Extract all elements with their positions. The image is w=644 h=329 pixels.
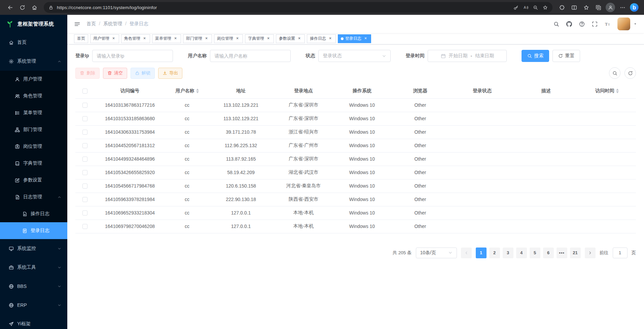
browser-menu-icon[interactable] bbox=[616, 2, 629, 13]
pages-more-button[interactable]: ••• bbox=[557, 248, 567, 258]
username-input[interactable] bbox=[214, 53, 286, 59]
page-size-select[interactable]: 10条/页 bbox=[416, 248, 457, 258]
end-date-placeholder[interactable]: 结束日期 bbox=[475, 53, 494, 59]
browser-refresh-icon[interactable] bbox=[16, 2, 28, 13]
collections-icon[interactable] bbox=[592, 2, 604, 13]
row-checkbox[interactable] bbox=[82, 224, 87, 229]
help-icon[interactable] bbox=[579, 21, 585, 27]
sidebar-item-dept-mgmt[interactable]: 部门管理 bbox=[0, 121, 67, 138]
row-checkbox[interactable] bbox=[82, 116, 87, 121]
page-button-1[interactable]: 1 bbox=[476, 248, 487, 258]
tab-user-mgmt[interactable]: 用户管理× bbox=[90, 34, 119, 43]
tab-role-mgmt[interactable]: 角色管理× bbox=[121, 34, 150, 43]
close-icon[interactable]: × bbox=[142, 36, 147, 41]
page-button-6[interactable]: 6 bbox=[543, 248, 554, 258]
page-button-5[interactable]: 5 bbox=[530, 248, 540, 258]
tab-dept-mgmt[interactable]: 部门管理× bbox=[183, 34, 212, 43]
bing-icon[interactable]: b bbox=[629, 2, 640, 13]
prev-page-button[interactable] bbox=[461, 248, 472, 258]
status-select[interactable]: 登录状态 bbox=[318, 50, 391, 62]
sidebar-item-menu-mgmt[interactable]: 菜单管理 bbox=[0, 104, 67, 121]
header-search-icon[interactable] bbox=[553, 21, 559, 27]
page-button-3[interactable]: 3 bbox=[503, 248, 513, 258]
sidebar-item-system-mgmt[interactable]: 系统管理 bbox=[0, 52, 67, 71]
start-date-placeholder[interactable]: 开始日期 bbox=[449, 53, 468, 59]
sort-carets-icon[interactable] bbox=[196, 89, 199, 93]
column-header-time[interactable]: 访问时间 bbox=[578, 84, 636, 98]
reset-button[interactable]: 重置 bbox=[552, 50, 580, 62]
tab-operation-log[interactable]: 操作日志× bbox=[307, 34, 336, 43]
sidebar-item-system-monitor[interactable]: 系统监控 bbox=[0, 239, 67, 258]
select-all-checkbox[interactable] bbox=[82, 89, 87, 94]
add-favorite-icon[interactable] bbox=[543, 5, 548, 10]
close-icon[interactable]: × bbox=[111, 36, 116, 41]
avatar-caret-icon[interactable] bbox=[633, 22, 637, 26]
password-key-icon[interactable] bbox=[513, 5, 518, 10]
page-button-21[interactable]: 21 bbox=[570, 248, 581, 258]
row-checkbox[interactable] bbox=[82, 157, 87, 162]
tab-login-log[interactable]: 登录日志× bbox=[338, 34, 371, 43]
fullscreen-icon[interactable] bbox=[592, 21, 598, 27]
ip-input[interactable] bbox=[97, 53, 169, 59]
sidebar-item-yi-framework[interactable]: Yi框架 bbox=[0, 315, 67, 329]
row-checkbox[interactable] bbox=[82, 130, 87, 135]
delete-button[interactable]: 删除 bbox=[75, 68, 100, 79]
tab-post-mgmt[interactable]: 岗位管理× bbox=[214, 34, 243, 43]
export-button[interactable]: 导出 bbox=[158, 68, 182, 79]
tab-home[interactable]: 首页 bbox=[74, 34, 88, 43]
zoom-out-icon[interactable] bbox=[533, 5, 538, 10]
clear-button[interactable]: 清空 bbox=[103, 68, 127, 79]
extensions-icon[interactable] bbox=[556, 2, 568, 13]
row-checkbox[interactable] bbox=[82, 170, 87, 175]
close-icon[interactable]: × bbox=[173, 36, 178, 41]
row-checkbox[interactable] bbox=[82, 184, 87, 189]
goto-page-input[interactable] bbox=[613, 248, 628, 258]
row-checkbox[interactable] bbox=[82, 103, 87, 108]
breadcrumb-home[interactable]: 首页 bbox=[86, 21, 103, 27]
close-icon[interactable]: × bbox=[204, 36, 209, 41]
sidebar-item-log-mgmt[interactable]: 日志管理 bbox=[0, 189, 67, 205]
browser-back-icon[interactable] bbox=[4, 2, 16, 13]
close-icon[interactable]: × bbox=[235, 36, 240, 41]
sidebar-item-dict-mgmt[interactable]: 字典管理 bbox=[0, 155, 67, 172]
sidebar-item-post-mgmt[interactable]: 岗位管理 bbox=[0, 138, 67, 155]
close-icon[interactable]: × bbox=[328, 36, 333, 41]
column-header-user[interactable]: 用户名称 bbox=[166, 84, 209, 98]
sidebar-item-system-tools[interactable]: 系统工具 bbox=[0, 258, 67, 277]
sidebar-item-bbs[interactable]: BBS bbox=[0, 277, 67, 296]
breadcrumb-system-mgmt[interactable]: 系统管理 bbox=[103, 21, 130, 27]
close-icon[interactable]: × bbox=[363, 36, 368, 41]
tab-menu-mgmt[interactable]: 菜单管理× bbox=[152, 34, 181, 43]
page-button-4[interactable]: 4 bbox=[516, 248, 527, 258]
row-checkbox[interactable] bbox=[82, 143, 87, 148]
browser-profile-icon[interactable] bbox=[606, 3, 615, 12]
sidebar-toggle-button[interactable] bbox=[74, 21, 80, 27]
font-size-icon[interactable]: TT bbox=[605, 21, 610, 27]
sidebar-item-role-mgmt[interactable]: 角色管理 bbox=[0, 88, 67, 104]
sidebar-item-home[interactable]: 首页 bbox=[0, 33, 67, 52]
tab-param-settings[interactable]: 参数设置× bbox=[276, 34, 305, 43]
search-button[interactable]: 搜索 bbox=[522, 50, 549, 62]
split-screen-icon[interactable] bbox=[568, 2, 580, 13]
read-aloud-icon[interactable]: A bbox=[523, 5, 528, 10]
row-checkbox[interactable] bbox=[82, 210, 87, 216]
close-icon[interactable]: × bbox=[266, 36, 271, 41]
user-avatar[interactable] bbox=[617, 18, 630, 30]
refresh-table-button[interactable] bbox=[624, 67, 636, 79]
close-icon[interactable]: × bbox=[297, 36, 302, 41]
github-icon[interactable] bbox=[566, 21, 572, 27]
url-text[interactable]: https://ccnetcore.com:1101/system/log/lo… bbox=[57, 5, 509, 10]
sidebar-item-erp[interactable]: ERP bbox=[0, 296, 67, 315]
browser-address-bar[interactable]: https://ccnetcore.com:1101/system/log/lo… bbox=[44, 2, 552, 13]
tab-dict-mgmt[interactable]: 字典管理× bbox=[245, 34, 274, 43]
sidebar-item-login-log[interactable]: 登录日志 bbox=[0, 222, 67, 239]
unlock-button[interactable]: 解锁 bbox=[131, 68, 155, 79]
toggle-search-button[interactable] bbox=[609, 67, 620, 79]
favorites-icon[interactable] bbox=[580, 2, 592, 13]
page-button-2[interactable]: 2 bbox=[489, 248, 500, 258]
browser-home-icon[interactable] bbox=[28, 2, 40, 13]
date-range-picker[interactable]: 开始日期 - 结束日期 bbox=[428, 50, 507, 62]
sidebar-item-param-settings[interactable]: 参数设置 bbox=[0, 172, 67, 189]
sort-carets-icon[interactable] bbox=[616, 89, 619, 93]
next-page-button[interactable] bbox=[585, 248, 596, 258]
